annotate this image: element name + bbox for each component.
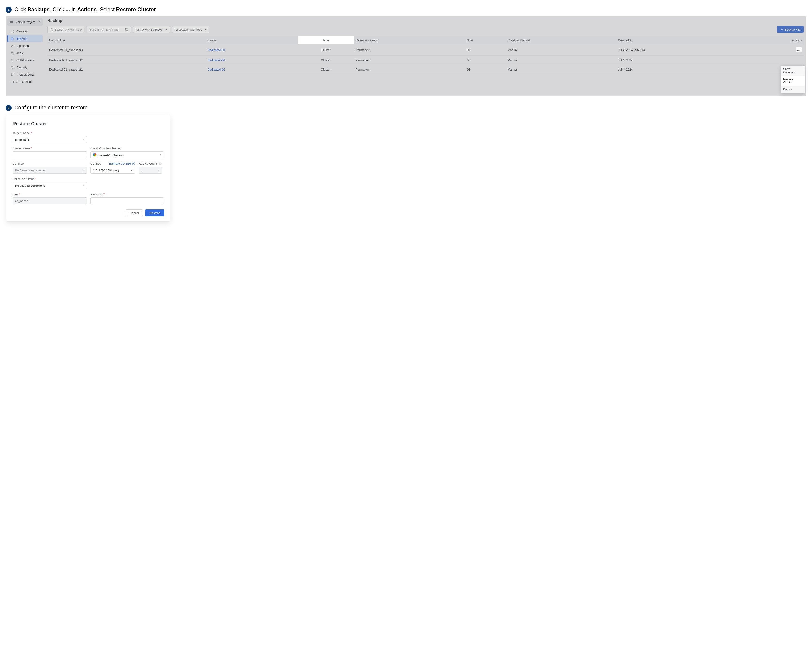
sidebar-item-security[interactable]: Security bbox=[7, 64, 43, 71]
label-collection-status: Collection Status* bbox=[12, 178, 164, 181]
cluster-link[interactable]: Dedicated-01 bbox=[207, 68, 225, 71]
table-row: Dedicated-01_snapshot3 Dedicated-01 Clus… bbox=[47, 44, 804, 56]
plus-icon: ＋ bbox=[780, 27, 783, 32]
step-2-badge: 2 bbox=[5, 105, 12, 111]
col-created[interactable]: Created At bbox=[616, 36, 746, 44]
cluster-link[interactable]: Dedicated-01 bbox=[207, 58, 225, 62]
label-password: Password* bbox=[90, 193, 164, 196]
svg-point-9 bbox=[12, 59, 12, 60]
add-backup-file-button[interactable]: ＋ Backup File bbox=[777, 26, 804, 33]
collaborators-icon bbox=[10, 59, 14, 62]
svg-line-13 bbox=[52, 30, 52, 30]
label-cu-type: CU Type bbox=[12, 162, 87, 165]
sidebar-item-collaborators[interactable]: Collaborators bbox=[7, 57, 43, 64]
restore-title: Restore Cluster bbox=[12, 121, 164, 126]
col-size[interactable]: Size bbox=[465, 36, 506, 44]
svg-point-10 bbox=[13, 59, 13, 59]
svg-point-12 bbox=[51, 28, 52, 30]
svg-line-3 bbox=[12, 31, 13, 31]
step-1-heading: 1 Click Backups. Click ... in Actions. S… bbox=[5, 7, 807, 13]
menu-restore-cluster[interactable]: Restore Cluster bbox=[781, 76, 805, 86]
label-user: User* bbox=[12, 193, 87, 196]
gcp-icon bbox=[93, 153, 96, 156]
svg-point-2 bbox=[13, 32, 14, 33]
label-target-project: Target Project* bbox=[12, 132, 164, 135]
col-backup-file[interactable]: Backup File bbox=[47, 36, 205, 44]
table-row: Dedicated-01_snapshot1 Dedicated-01 Clus… bbox=[47, 65, 804, 74]
svg-line-4 bbox=[12, 32, 13, 32]
label-cloud-region: Cloud Provide & Region bbox=[90, 147, 164, 150]
search-input[interactable]: Search backup file or cluster bbox=[47, 26, 85, 33]
col-type[interactable]: Type bbox=[298, 36, 354, 44]
project-selector[interactable]: Default Project ▼ bbox=[7, 18, 43, 25]
alerts-icon bbox=[10, 73, 14, 76]
row-actions-menu: Show Collection Restore Cluster Delete bbox=[781, 66, 805, 93]
cluster-name-input[interactable] bbox=[12, 151, 87, 158]
cloud-region-select[interactable]: us-west-1 (Oregon) ▼ bbox=[90, 151, 164, 158]
col-actions[interactable]: Actions bbox=[746, 36, 804, 44]
step-1-badge: 1 bbox=[5, 7, 12, 13]
sidebar-item-clusters[interactable]: Clusters bbox=[7, 28, 43, 35]
page-title: Backup bbox=[47, 18, 804, 23]
svg-point-0 bbox=[11, 31, 12, 32]
restore-cluster-dialog: Restore Cluster Target Project* project0… bbox=[7, 115, 170, 222]
label-cu-size: CU Size bbox=[90, 162, 101, 165]
step-2-heading: 2 Configure the cluster to restore. bbox=[5, 105, 807, 111]
svg-rect-8 bbox=[11, 52, 13, 54]
svg-rect-14 bbox=[125, 28, 128, 30]
chevron-down-icon: ▼ bbox=[165, 28, 167, 30]
jobs-icon bbox=[10, 51, 14, 55]
collection-status-select[interactable]: Release all collections ▼ bbox=[12, 182, 87, 189]
backup-table: Backup File Cluster Type Retention Perio… bbox=[47, 36, 804, 74]
svg-rect-11 bbox=[11, 81, 14, 83]
backup-icon bbox=[10, 37, 14, 41]
sidebar-item-pipelines[interactable]: Pipelines bbox=[7, 42, 43, 49]
cancel-button[interactable]: Cancel bbox=[126, 210, 143, 217]
calendar-icon bbox=[125, 28, 128, 32]
user-input bbox=[12, 197, 87, 204]
project-name: Default Project bbox=[15, 20, 35, 24]
search-placeholder: Search backup file or cluster bbox=[54, 28, 82, 31]
chevron-down-icon: ▼ bbox=[82, 169, 84, 171]
col-cluster[interactable]: Cluster bbox=[205, 36, 297, 44]
time-range-input[interactable]: Start Time - End Time bbox=[87, 26, 131, 33]
filter-creation-methods[interactable]: All creation methods▼ bbox=[172, 26, 210, 33]
shield-icon bbox=[10, 66, 14, 69]
col-method[interactable]: Creation Method bbox=[506, 36, 616, 44]
password-input[interactable] bbox=[90, 197, 164, 204]
external-link-icon bbox=[132, 162, 135, 165]
chevron-down-icon: ▼ bbox=[38, 20, 41, 23]
target-project-select[interactable]: project001 ▼ bbox=[12, 136, 87, 143]
chevron-down-icon: ▼ bbox=[82, 139, 84, 141]
info-icon: i bbox=[159, 162, 162, 165]
menu-show-collection[interactable]: Show Collection bbox=[781, 66, 805, 76]
chevron-down-icon: ▼ bbox=[157, 169, 159, 171]
row-actions-button[interactable]: ••• bbox=[796, 47, 802, 52]
cluster-link[interactable]: Dedicated-01 bbox=[207, 48, 225, 52]
sidebar: Default Project ▼ Clusters Backup Pipeli… bbox=[5, 16, 44, 96]
backup-toolbar: Search backup file or cluster Start Time… bbox=[47, 26, 804, 33]
label-cluster-name: Cluster Name* bbox=[12, 147, 87, 150]
more-icon: ••• bbox=[797, 48, 801, 52]
backup-panel: Default Project ▼ Clusters Backup Pipeli… bbox=[5, 16, 807, 96]
filter-file-types[interactable]: All backup file types▼ bbox=[133, 26, 170, 33]
cu-type-select: Performance-optimized ▼ bbox=[12, 167, 87, 174]
restore-button[interactable]: Restore bbox=[145, 210, 164, 217]
clusters-icon bbox=[10, 30, 14, 33]
estimate-cu-size-link[interactable]: Estimate CU Size bbox=[109, 162, 135, 165]
console-icon bbox=[10, 80, 14, 83]
cu-size-select[interactable]: 1 CU ($0.159/hour) ▼ bbox=[90, 167, 135, 174]
search-icon bbox=[50, 28, 53, 32]
sidebar-item-alerts[interactable]: Project Alerts bbox=[7, 71, 43, 78]
sidebar-item-jobs[interactable]: Jobs bbox=[7, 49, 43, 57]
menu-delete[interactable]: Delete bbox=[781, 86, 805, 93]
chevron-down-icon: ▼ bbox=[130, 169, 132, 171]
backup-main: Backup Search backup file or cluster Sta… bbox=[44, 16, 807, 96]
sidebar-item-backup[interactable]: Backup bbox=[7, 35, 43, 42]
chevron-down-icon: ▼ bbox=[159, 154, 161, 156]
sidebar-item-api-console[interactable]: API Console bbox=[7, 78, 43, 85]
chevron-down-icon: ▼ bbox=[82, 184, 84, 187]
table-row: Dedicated-01_snapshot2 Dedicated-01 Clus… bbox=[47, 56, 804, 65]
col-retention[interactable]: Retention Period bbox=[354, 36, 465, 44]
chevron-down-icon: ▼ bbox=[205, 28, 207, 30]
